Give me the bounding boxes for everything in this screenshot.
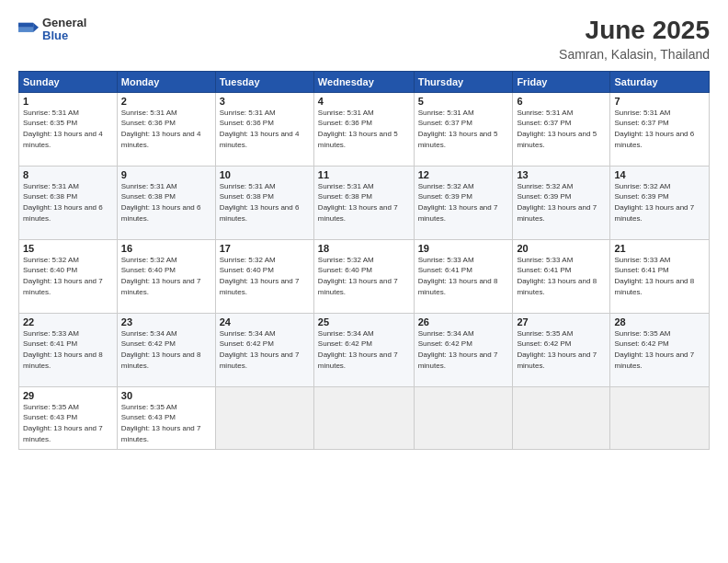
svg-rect-2 (18, 28, 33, 32)
day-info: Sunrise: 5:33 AMSunset: 6:41 PMDaylight:… (517, 255, 606, 297)
day-number: 23 (121, 316, 211, 327)
day-info: Sunrise: 5:31 AMSunset: 6:36 PMDaylight:… (121, 108, 211, 150)
table-row: 21 Sunrise: 5:33 AMSunset: 6:41 PMDaylig… (610, 239, 710, 313)
day-number: 5 (418, 96, 509, 107)
col-saturday: Saturday (610, 71, 710, 92)
day-number: 10 (220, 169, 310, 180)
svg-marker-0 (33, 23, 39, 32)
day-number: 26 (418, 316, 509, 327)
col-monday: Monday (117, 71, 215, 92)
day-info: Sunrise: 5:32 AMSunset: 6:40 PMDaylight:… (121, 255, 211, 297)
table-row: 16 Sunrise: 5:32 AMSunset: 6:40 PMDaylig… (117, 239, 215, 313)
logo: General Blue (18, 17, 86, 43)
svg-rect-1 (18, 23, 33, 28)
day-info: Sunrise: 5:34 AMSunset: 6:42 PMDaylight:… (318, 328, 410, 371)
page: General Blue June 2025 Samran, Kalasin, … (0, 0, 728, 563)
day-number: 30 (121, 390, 211, 401)
day-number: 14 (614, 169, 705, 180)
table-row: 25 Sunrise: 5:34 AMSunset: 6:42 PMDaylig… (313, 313, 414, 386)
table-row: 4 Sunrise: 5:31 AMSunset: 6:36 PMDayligh… (313, 92, 414, 166)
day-info: Sunrise: 5:32 AMSunset: 6:40 PMDaylight:… (23, 255, 113, 297)
day-info: Sunrise: 5:31 AMSunset: 6:36 PMDaylight:… (220, 108, 310, 150)
logo-blue: Blue (42, 29, 86, 42)
day-info: Sunrise: 5:34 AMSunset: 6:42 PMDaylight:… (121, 328, 211, 371)
table-row (313, 386, 414, 449)
table-row: 3 Sunrise: 5:31 AMSunset: 6:36 PMDayligh… (215, 92, 313, 166)
table-row (610, 386, 710, 449)
day-info: Sunrise: 5:31 AMSunset: 6:38 PMDaylight:… (23, 181, 113, 224)
day-number: 11 (318, 169, 410, 180)
table-row: 17 Sunrise: 5:32 AMSunset: 6:40 PMDaylig… (215, 239, 313, 313)
table-row: 9 Sunrise: 5:31 AMSunset: 6:38 PMDayligh… (117, 166, 215, 239)
col-sunday: Sunday (19, 71, 118, 92)
table-row: 30 Sunrise: 5:35 AMSunset: 6:43 PMDaylig… (117, 386, 215, 449)
day-number: 25 (318, 316, 410, 327)
logo-general: General (42, 17, 86, 29)
day-info: Sunrise: 5:35 AMSunset: 6:43 PMDaylight:… (23, 402, 113, 444)
day-info: Sunrise: 5:31 AMSunset: 6:38 PMDaylight:… (318, 181, 410, 224)
day-number: 28 (614, 316, 705, 327)
table-row (513, 386, 610, 449)
col-tuesday: Tuesday (215, 71, 313, 92)
day-number: 24 (220, 316, 310, 327)
day-number: 19 (418, 243, 509, 254)
day-info: Sunrise: 5:35 AMSunset: 6:42 PMDaylight:… (614, 328, 705, 371)
col-friday: Friday (513, 71, 610, 92)
table-row: 7 Sunrise: 5:31 AMSunset: 6:37 PMDayligh… (610, 92, 710, 166)
table-row: 15 Sunrise: 5:32 AMSunset: 6:40 PMDaylig… (19, 239, 118, 313)
day-info: Sunrise: 5:31 AMSunset: 6:35 PMDaylight:… (23, 108, 113, 150)
day-info: Sunrise: 5:31 AMSunset: 6:38 PMDaylight:… (121, 181, 211, 224)
day-info: Sunrise: 5:31 AMSunset: 6:37 PMDaylight:… (418, 108, 509, 150)
day-info: Sunrise: 5:33 AMSunset: 6:41 PMDaylight:… (23, 328, 113, 371)
day-number: 18 (318, 243, 410, 254)
day-info: Sunrise: 5:32 AMSunset: 6:40 PMDaylight:… (220, 255, 310, 297)
day-number: 8 (23, 169, 113, 180)
day-info: Sunrise: 5:31 AMSunset: 6:38 PMDaylight:… (220, 181, 310, 224)
table-row: 6 Sunrise: 5:31 AMSunset: 6:37 PMDayligh… (513, 92, 610, 166)
day-number: 9 (121, 169, 211, 180)
table-row: 14 Sunrise: 5:32 AMSunset: 6:39 PMDaylig… (610, 166, 710, 239)
table-row: 23 Sunrise: 5:34 AMSunset: 6:42 PMDaylig… (117, 313, 215, 386)
table-row: 2 Sunrise: 5:31 AMSunset: 6:36 PMDayligh… (117, 92, 215, 166)
main-title: June 2025 (559, 17, 710, 45)
calendar-table: Sunday Monday Tuesday Wednesday Thursday… (18, 71, 710, 450)
calendar-header-row: Sunday Monday Tuesday Wednesday Thursday… (19, 71, 710, 92)
day-info: Sunrise: 5:35 AMSunset: 6:43 PMDaylight:… (121, 402, 211, 444)
table-row: 18 Sunrise: 5:32 AMSunset: 6:40 PMDaylig… (313, 239, 414, 313)
day-number: 27 (517, 316, 606, 327)
day-number: 7 (614, 96, 705, 107)
day-number: 29 (23, 390, 113, 401)
day-number: 3 (220, 96, 310, 107)
header-area: General Blue June 2025 Samran, Kalasin, … (18, 17, 710, 62)
day-number: 21 (614, 243, 705, 254)
day-number: 15 (23, 243, 113, 254)
table-row: 27 Sunrise: 5:35 AMSunset: 6:42 PMDaylig… (513, 313, 610, 386)
day-number: 17 (220, 243, 310, 254)
table-row: 12 Sunrise: 5:32 AMSunset: 6:39 PMDaylig… (414, 166, 513, 239)
table-row: 1 Sunrise: 5:31 AMSunset: 6:35 PMDayligh… (19, 92, 118, 166)
table-row: 24 Sunrise: 5:34 AMSunset: 6:42 PMDaylig… (215, 313, 313, 386)
day-number: 22 (23, 316, 113, 327)
day-info: Sunrise: 5:32 AMSunset: 6:40 PMDaylight:… (318, 255, 410, 297)
day-number: 6 (517, 96, 606, 107)
day-number: 1 (23, 96, 113, 107)
day-info: Sunrise: 5:34 AMSunset: 6:42 PMDaylight:… (418, 328, 509, 371)
table-row: 13 Sunrise: 5:32 AMSunset: 6:39 PMDaylig… (513, 166, 610, 239)
day-info: Sunrise: 5:31 AMSunset: 6:37 PMDaylight:… (614, 108, 705, 150)
day-number: 16 (121, 243, 211, 254)
day-info: Sunrise: 5:32 AMSunset: 6:39 PMDaylight:… (418, 181, 509, 224)
day-number: 2 (121, 96, 211, 107)
day-info: Sunrise: 5:34 AMSunset: 6:42 PMDaylight:… (220, 328, 310, 371)
day-info: Sunrise: 5:33 AMSunset: 6:41 PMDaylight:… (614, 255, 705, 297)
table-row: 8 Sunrise: 5:31 AMSunset: 6:38 PMDayligh… (19, 166, 118, 239)
day-number: 13 (517, 169, 606, 180)
day-number: 4 (318, 96, 410, 107)
day-info: Sunrise: 5:35 AMSunset: 6:42 PMDaylight:… (517, 328, 606, 371)
day-number: 12 (418, 169, 509, 180)
table-row: 26 Sunrise: 5:34 AMSunset: 6:42 PMDaylig… (414, 313, 513, 386)
table-row: 29 Sunrise: 5:35 AMSunset: 6:43 PMDaylig… (19, 386, 118, 449)
subtitle: Samran, Kalasin, Thailand (559, 47, 710, 62)
day-info: Sunrise: 5:31 AMSunset: 6:37 PMDaylight:… (517, 108, 606, 150)
table-row: 22 Sunrise: 5:33 AMSunset: 6:41 PMDaylig… (19, 313, 118, 386)
day-info: Sunrise: 5:32 AMSunset: 6:39 PMDaylight:… (614, 181, 705, 224)
